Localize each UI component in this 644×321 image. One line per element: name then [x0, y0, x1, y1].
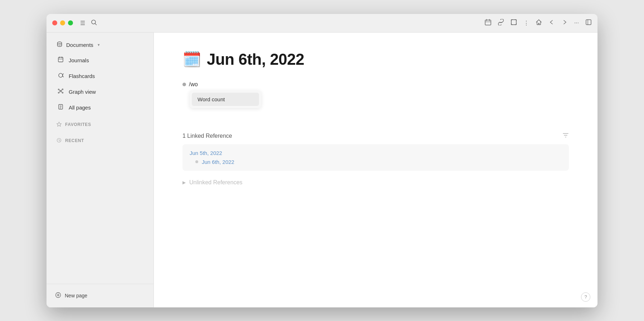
flashcards-icon — [57, 72, 64, 80]
unlinked-refs-chevron-icon[interactable]: ▶ — [182, 180, 186, 185]
sidebar-item-journals[interactable]: Journals — [49, 53, 151, 68]
block-row: /wo — [182, 80, 569, 89]
svg-point-15 — [58, 89, 59, 90]
favorites-section: FAVORITES — [49, 118, 151, 131]
documents-label: Documents — [66, 42, 93, 48]
star-icon — [57, 122, 62, 128]
svg-line-22 — [59, 91, 60, 92]
titlebar-controls: ☰ — [80, 19, 97, 27]
sidebar-item-flashcards-label: Flashcards — [69, 73, 95, 79]
linked-refs-box: Jun 5th, 2022 Jun 6th, 2022 — [182, 144, 569, 171]
block-text[interactable]: /wo — [189, 80, 198, 89]
sidebar-bottom: New page — [47, 284, 153, 307]
more-vertical-icon[interactable]: ⋮ — [523, 20, 529, 26]
page-title-row: 🗓️ Jun 6th, 2022 — [182, 50, 569, 68]
sidebar: Documents ▾ Journals Flashcards — [47, 33, 154, 307]
autocomplete-item-word-count[interactable]: Word count — [192, 93, 259, 106]
svg-point-9 — [58, 42, 62, 44]
svg-rect-10 — [58, 57, 63, 62]
maximize-button[interactable] — [68, 20, 73, 25]
minimize-button[interactable] — [60, 20, 65, 25]
menu-icon[interactable]: ☰ — [80, 20, 85, 26]
calendar-icon[interactable] — [485, 19, 491, 27]
new-page-label: New page — [65, 293, 87, 298]
favorites-label: FAVORITES — [65, 122, 91, 127]
linked-refs-title: 1 Linked Reference — [182, 133, 232, 139]
graph-view-icon — [57, 88, 64, 96]
editor-content: /wo Word count — [182, 80, 569, 89]
svg-line-19 — [59, 89, 60, 91]
editor-area: 🗓️ Jun 6th, 2022 /wo Word count 1 Linked… — [154, 33, 597, 307]
recent-label: RECENT — [65, 138, 84, 143]
titlebar-right: ⋮ ··· — [485, 19, 592, 27]
bullet-dot — [182, 83, 186, 86]
sidebar-item-all-pages-label: All pages — [69, 104, 91, 111]
help-button[interactable]: ? — [581, 292, 590, 302]
sidebar-item-all-pages[interactable]: All pages — [49, 100, 151, 115]
back-icon[interactable] — [548, 19, 555, 27]
sidebar-item-graph-view-label: Graph view — [69, 89, 96, 95]
main-content: Documents ▾ Journals Flashcards — [47, 33, 597, 307]
recent-icon — [57, 138, 62, 144]
svg-rect-2 — [485, 20, 491, 25]
sidebar-item-documents[interactable]: Documents ▾ — [49, 38, 151, 52]
expand-icon[interactable] — [511, 19, 517, 27]
linked-ref-child[interactable]: Jun 6th, 2022 — [202, 159, 234, 165]
documents-chevron-icon: ▾ — [98, 43, 100, 47]
journals-icon — [57, 57, 64, 64]
svg-line-1 — [95, 23, 97, 25]
titlebar: ☰ ⋮ — [47, 14, 597, 33]
sidebar-item-journals-label: Journals — [69, 57, 89, 63]
unlinked-refs-row: ▶ Unlinked References — [182, 179, 569, 186]
linked-refs-header: 1 Linked Reference — [182, 132, 569, 140]
svg-line-21 — [61, 91, 62, 92]
page-title-emoji: 🗓️ — [182, 50, 201, 68]
all-pages-icon — [57, 104, 64, 112]
svg-marker-27 — [57, 122, 62, 126]
unlinked-refs-label: Unlinked References — [189, 179, 243, 186]
autocomplete-dropdown: Word count — [190, 91, 261, 108]
sidebar-item-flashcards[interactable]: Flashcards — [49, 69, 151, 84]
linked-ref-parent[interactable]: Jun 5th, 2022 — [190, 150, 562, 156]
close-button[interactable] — [52, 20, 57, 25]
sidebar-item-graph-view[interactable]: Graph view — [49, 84, 151, 99]
page-title-text[interactable]: Jun 6th, 2022 — [207, 50, 304, 68]
new-page-icon — [55, 292, 61, 300]
forward-icon[interactable] — [561, 19, 568, 27]
app-window: ☰ ⋮ — [47, 14, 597, 307]
ref-sub-row: Jun 6th, 2022 — [195, 159, 562, 165]
linked-refs-section: 1 Linked Reference Jun 5th, 2022 Jun 6th… — [182, 132, 569, 186]
svg-rect-7 — [586, 20, 591, 25]
new-page-button[interactable]: New page — [51, 288, 149, 303]
ellipsis-icon[interactable]: ··· — [574, 20, 579, 26]
traffic-lights — [52, 20, 73, 25]
svg-rect-6 — [511, 20, 516, 25]
sidebar-nav: Documents ▾ Journals Flashcards — [47, 33, 153, 284]
help-icon: ? — [584, 294, 587, 300]
svg-line-20 — [61, 89, 62, 91]
recent-section: RECENT — [49, 134, 151, 147]
sidebar-toggle-icon[interactable] — [585, 19, 592, 27]
search-icon[interactable] — [91, 19, 97, 27]
filter-icon[interactable] — [562, 132, 569, 140]
database-icon — [57, 41, 63, 49]
home-icon[interactable] — [536, 19, 542, 27]
link-icon[interactable] — [498, 19, 504, 27]
ref-sub-dot — [195, 160, 198, 163]
